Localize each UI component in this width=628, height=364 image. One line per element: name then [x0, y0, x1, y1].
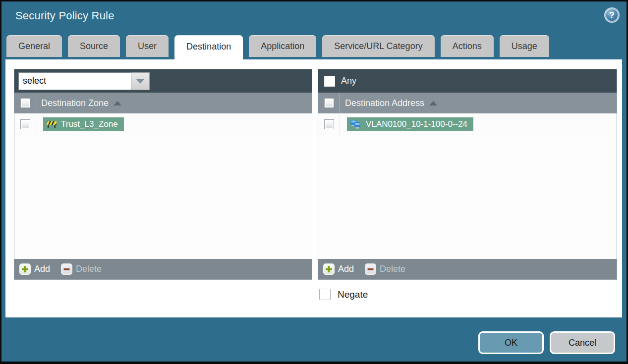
zone-panel-footer: Add Delete — [14, 259, 312, 279]
zone-row-checkbox[interactable] — [20, 119, 30, 129]
zone-label: Trust_L3_Zone — [61, 119, 118, 129]
chevron-down-icon — [136, 79, 145, 84]
address-column-header[interactable]: Destination Address — [340, 98, 437, 108]
add-address-label: Add — [338, 264, 354, 274]
zone-column-header-label: Destination Zone — [41, 98, 109, 108]
tab-service-url-category[interactable]: Service/URL Category — [322, 35, 434, 57]
tab-source[interactable]: Source — [68, 35, 120, 57]
zone-select-dropdown-button[interactable] — [131, 72, 150, 90]
delete-address-button[interactable]: Delete — [365, 263, 405, 275]
zone-list: Trust_L3_Zone — [14, 113, 312, 259]
address-panel-toolbar: Any — [318, 69, 617, 93]
cancel-button[interactable]: Cancel — [550, 331, 615, 354]
zone-panel-toolbar — [14, 69, 312, 93]
zone-column-header[interactable]: Destination Zone — [36, 98, 121, 108]
address-column-header-label: Destination Address — [345, 98, 424, 108]
negate-option: Negate — [319, 289, 368, 300]
negate-checkbox[interactable] — [319, 289, 331, 300]
delete-zone-label: Delete — [76, 264, 102, 274]
plus-icon — [323, 263, 335, 275]
sort-ascending-icon — [114, 101, 121, 105]
tab-general[interactable]: General — [6, 35, 62, 57]
negate-label: Negate — [338, 289, 368, 300]
ok-button[interactable]: OK — [478, 331, 544, 354]
select-all-addresses-checkbox[interactable] — [324, 98, 334, 108]
minus-icon — [61, 263, 72, 275]
delete-zone-button[interactable]: Delete — [61, 263, 102, 275]
address-group-icon — [350, 119, 362, 129]
plus-icon — [19, 263, 31, 275]
destination-tab-content: Destination Zone — [5, 59, 622, 317]
delete-address-label: Delete — [380, 264, 405, 274]
security-policy-rule-dialog: Security Policy Rule ? General Source Us… — [0, 0, 628, 364]
zone-chip[interactable]: Trust_L3_Zone — [43, 117, 124, 131]
zone-select-all-cell — [14, 93, 36, 113]
select-all-zones-checkbox[interactable] — [20, 98, 30, 108]
tab-bar: General Source User Destination Applicat… — [6, 35, 549, 59]
tab-actions[interactable]: Actions — [441, 35, 494, 57]
add-address-button[interactable]: Add — [323, 263, 354, 275]
address-panel-footer: Add Delete — [318, 259, 617, 279]
address-select-all-cell — [318, 93, 340, 113]
destination-address-panel: Any Destination Address — [318, 69, 617, 280]
add-zone-label: Add — [34, 264, 50, 274]
address-row-checkbox[interactable] — [324, 119, 334, 129]
address-chip[interactable]: VLAN0100_10-1-100-0--24 — [347, 117, 473, 131]
destination-zone-panel: Destination Zone — [14, 69, 312, 280]
zone-icon — [46, 120, 57, 128]
zone-row-checkbox-cell — [14, 113, 36, 135]
address-list: VLAN0100_10-1-100-0--24 — [318, 113, 617, 259]
address-column-header-row: Destination Address — [318, 93, 617, 113]
tab-user[interactable]: User — [126, 35, 169, 57]
address-row: VLAN0100_10-1-100-0--24 — [318, 113, 617, 135]
zone-select-combobox — [18, 72, 150, 90]
tab-destination[interactable]: Destination — [174, 35, 243, 59]
any-label: Any — [341, 76, 356, 86]
zone-row: Trust_L3_Zone — [14, 113, 312, 135]
tab-usage[interactable]: Usage — [500, 35, 549, 57]
sort-ascending-icon — [429, 101, 437, 105]
dialog-title: Security Policy Rule — [15, 9, 114, 22]
zone-select-input[interactable] — [18, 72, 131, 90]
add-zone-button[interactable]: Add — [19, 263, 50, 275]
any-checkbox[interactable] — [324, 76, 335, 87]
help-icon[interactable]: ? — [605, 8, 619, 22]
zone-column-header-row: Destination Zone — [14, 93, 312, 113]
address-row-checkbox-cell — [318, 113, 340, 135]
tab-application[interactable]: Application — [249, 35, 316, 57]
address-label: VLAN0100_10-1-100-0--24 — [366, 119, 467, 129]
minus-icon — [365, 263, 376, 275]
